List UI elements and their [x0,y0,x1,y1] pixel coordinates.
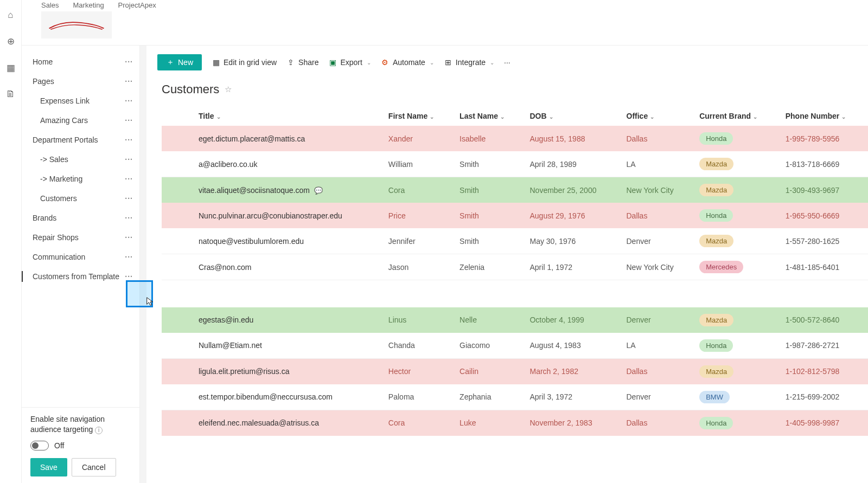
tab-sales[interactable]: Sales [41,1,59,9]
nav-label: -> Sales [40,155,68,164]
col-title[interactable]: Title⌄ [192,106,382,126]
info-icon[interactable]: i [95,427,103,434]
cell-dob: May 30, 1976 [523,228,620,254]
col-first-name[interactable]: First Name⌄ [382,106,453,126]
ellipsis-icon[interactable]: ··· [125,272,133,281]
cell-title[interactable]: egestas@in.edu [192,307,382,333]
cell-dob: August 15, 1988 [523,126,620,151]
audience-toggle[interactable] [30,441,49,450]
table-row[interactable]: natoque@vestibulumlorem.eduJenniferSmith… [162,228,868,254]
ellipsis-icon[interactable]: ··· [125,155,133,164]
nav-item-sales[interactable]: -> Sales··· [33,150,139,169]
nav-footer: Enable site navigation audience targetin… [22,407,139,483]
cell-first: William [382,151,453,177]
ellipsis-icon[interactable]: ··· [125,136,133,144]
col-dob[interactable]: DOB⌄ [523,106,620,126]
cell-title[interactable]: vitae.aliquet@sociisnatoque.com💬 [192,177,382,203]
cell-first: Xander [382,126,453,151]
nav-item-communication[interactable]: Communication··· [33,247,139,267]
nav-scrollbar[interactable] [140,46,146,483]
integrate-button[interactable]: ⊞Integrate⌄ [444,58,494,67]
nav-item-home[interactable]: Home··· [33,52,139,72]
cell-title[interactable]: eleifend.nec.malesuada@atrisus.ca [192,410,382,436]
new-button[interactable]: ＋New [157,54,202,70]
nav-item-pages[interactable]: Pages··· [33,72,139,91]
save-button[interactable]: Save [30,458,67,476]
table-row[interactable]: vitae.aliquet@sociisnatoque.com💬CoraSmit… [162,177,868,203]
table-row[interactable]: ligula.elit.pretium@risus.caHectorCailin… [162,358,868,384]
table-row[interactable]: Nunc.pulvinar.arcu@conubianostraper.eduP… [162,203,868,228]
globe-icon[interactable]: ⊕ [7,36,15,47]
more-button[interactable]: ··· [504,58,510,67]
cell-office: Dallas [620,126,693,151]
file-icon[interactable]: 🗎 [6,89,15,100]
favorite-icon[interactable]: ☆ [225,85,232,94]
comment-icon[interactable]: 💬 [314,186,323,195]
site-logo[interactable] [41,11,112,38]
nav-item-amazing-cars[interactable]: Amazing Cars··· [33,111,139,130]
nav-item-customers[interactable]: Customers··· [33,189,139,208]
ellipsis-icon[interactable]: ··· [125,77,133,86]
tab-projectapex[interactable]: ProjectApex [118,1,156,9]
cell-title[interactable]: ligula.elit.pretium@risus.ca [192,358,382,384]
cell-brand: Mazda [693,358,779,384]
export-button[interactable]: ▣Export⌄ [328,58,371,67]
cell-phone: 1-995-789-5956 [779,126,868,151]
cell-title[interactable]: Nunc.pulvinar.arcu@conubianostraper.edu [192,203,382,228]
nav-item-marketing[interactable]: -> Marketing··· [33,169,139,189]
ellipsis-icon[interactable]: ··· [125,96,133,105]
nav-label: Department Portals [33,136,98,144]
table-row[interactable]: eget.dictum.placerat@mattis.caXanderIsab… [162,126,868,151]
col-last-name[interactable]: Last Name⌄ [453,106,523,126]
edit-grid-button[interactable]: ▦Edit in grid view [212,58,277,67]
table-row[interactable]: Nullam@Etiam.netChandaGiacomoAugust 4, 1… [162,333,868,359]
ellipsis-icon[interactable]: ··· [125,253,133,261]
chevron-down-icon: ⌄ [549,114,553,120]
nav-item-repair-shops[interactable]: Repair Shops··· [33,228,139,247]
cell-dob: November 2, 1983 [523,410,620,436]
col-current-brand[interactable]: Current Brand⌄ [693,106,779,126]
nav-item-expenses-link[interactable]: Expenses Link··· [33,91,139,111]
nav-item-department-portals[interactable]: Department Portals··· [33,130,139,150]
table-row[interactable]: est.tempor.bibendum@neccursusa.comPaloma… [162,384,868,410]
automate-button[interactable]: ⚙Automate⌄ [381,58,434,67]
cell-title[interactable]: Cras@non.com [192,254,382,280]
cell-title[interactable]: est.tempor.bibendum@neccursusa.com [192,384,382,410]
cell-phone: 1-987-286-2721 [779,333,868,359]
table-row[interactable]: egestas@in.eduLinusNelleOctober 4, 1999D… [162,307,868,333]
nav-item-customers-from-template[interactable]: Customers from Template··· [33,267,139,286]
share-button[interactable]: ⇪Share [286,58,318,67]
cell-last: Isabelle [453,126,523,151]
table-row[interactable]: Cras@non.comJasonZeleniaApril 1, 1972New… [162,254,868,280]
share-icon: ⇪ [286,58,295,67]
col-phone-number[interactable]: Phone Number⌄ [779,106,868,126]
cell-first: Price [382,203,453,228]
cell-brand: Mazda [693,151,779,177]
nav-item-brands[interactable]: Brands··· [33,208,139,228]
brand-pill: Honda [699,132,733,145]
ellipsis-icon[interactable]: ··· [125,57,133,66]
cell-title[interactable]: natoque@vestibulumlorem.edu [192,228,382,254]
ellipsis-icon[interactable]: ··· [125,214,133,222]
chevron-down-icon: ⌄ [753,114,757,120]
home-icon[interactable]: ⌂ [8,10,13,21]
news-icon[interactable]: ▦ [7,62,15,74]
ellipsis-icon[interactable]: ··· [125,175,133,183]
ellipsis-icon[interactable]: ··· [125,233,133,242]
cell-title[interactable]: Nullam@Etiam.net [192,333,382,359]
col-office[interactable]: Office⌄ [620,106,693,126]
nav-label: Amazing Cars [40,116,88,125]
table-row[interactable]: a@aclibero.co.ukWilliamSmithApril 28, 19… [162,151,868,177]
cell-dob: March 2, 1982 [523,358,620,384]
cell-brand: Mazda [693,177,779,203]
ellipsis-icon[interactable]: ··· [125,194,133,203]
cancel-button[interactable]: Cancel [72,458,116,476]
table-row[interactable]: eleifend.nec.malesuada@atrisus.caCoraLuk… [162,410,868,436]
brand-pill: Mazda [699,235,733,247]
tab-marketing[interactable]: Marketing [73,1,104,9]
cell-phone: 1-500-572-8640 [779,307,868,333]
cell-office: Denver [620,384,693,410]
cell-title[interactable]: a@aclibero.co.uk [192,151,382,177]
cell-title[interactable]: eget.dictum.placerat@mattis.ca [192,126,382,151]
ellipsis-icon[interactable]: ··· [125,116,133,125]
